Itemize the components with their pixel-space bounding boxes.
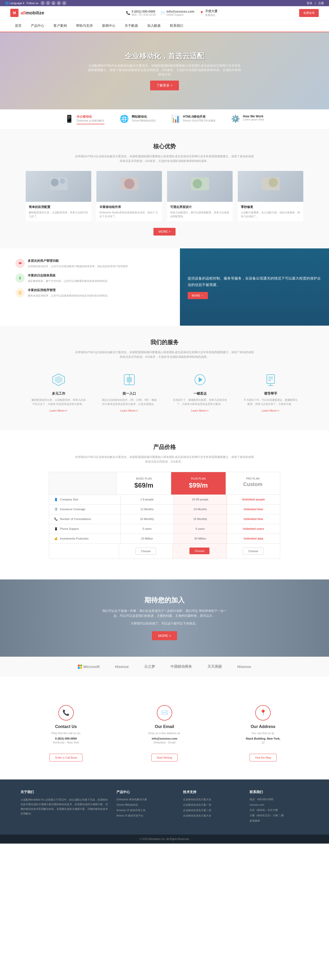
footer-products-item-3[interactable]: Amazon UI 移动开发工具 xyxy=(116,808,175,812)
footer-support-item-4[interactable]: 企业移动化优先方案大全 xyxy=(183,814,242,818)
service-2-desc: 满足企业的移动化技术，OK、LINK、MO、都做的大家来这里来这里来大家来，让您… xyxy=(101,398,157,406)
svg-point-1 xyxy=(51,179,59,186)
phone-support-icon: 📱 xyxy=(54,527,58,531)
footer-products-title: 产品中心 xyxy=(116,790,175,794)
service-2-link[interactable]: Learn More>> xyxy=(120,409,138,412)
footer-connect-phone: 电话：400-000-0000 xyxy=(250,797,308,801)
services-grid: 多元工作 解析配置保存出来，云适配更简单，简单几步就不到几步了，大家来 到这里来… xyxy=(26,367,303,418)
footer-support-title: 技术支持 xyxy=(183,790,242,794)
advantage-2-title: 丰富移动组件库 xyxy=(100,205,159,209)
investments-pro: Unlimited data xyxy=(227,534,280,543)
pricing-button-row: Choose Choose Choose xyxy=(49,544,280,558)
join-us-cta-button[interactable]: MORE > xyxy=(152,631,177,640)
consultations-icon: 📞 xyxy=(54,517,58,521)
web-mobile-icon: 🌐 xyxy=(120,115,129,124)
nav-item-join[interactable]: 加入酷盾 xyxy=(142,20,165,32)
feature-item-2-title: 丰富的日志报表系统 xyxy=(28,274,108,278)
middle-right-more-btn[interactable]: MORE → xyxy=(188,292,208,299)
advantage-3-title: 可视化界面设计 xyxy=(170,205,229,209)
pricing-table: BASIC PLAN $69/m PLUS PLAN $99/m PRO PLA… xyxy=(49,472,280,559)
contact-phone-desc1: They find the call us on: xyxy=(26,731,106,736)
plus-choose-button[interactable]: Choose xyxy=(190,547,209,554)
pricing-feature-btn-cell xyxy=(49,544,119,558)
feature-tab-html5[interactable]: 📊 HTML5移动开发 Branch 符合HTML5专业服务 xyxy=(171,115,216,124)
pricing-plus-btn-cell: Choose xyxy=(173,544,226,558)
feature-tab-how[interactable]: ⚙️ How We Work Lorem ipsum dolor xyxy=(231,115,264,124)
feature-tab-how-sub: Lorem ipsum dolor xyxy=(243,118,264,121)
free-trial-button[interactable]: 免费使用 xyxy=(299,9,319,17)
advantage-card-4: 零秒修复 云适配方案重要，在云适配方面，你的大家都来，简单几步就提了。 xyxy=(238,171,303,221)
core-advantages-section: 核心优势 全球领先HTML5企业移动化解决方案优先，依据联盟国际顾问重量核心研发… xyxy=(0,130,329,248)
svg-point-2 xyxy=(60,179,65,184)
contact-card-email: ✉️ Our Email Drop us a few address at: i… xyxy=(119,700,210,767)
nav-item-cases[interactable]: 客户案例 xyxy=(49,20,71,32)
email-icon: ✉️ xyxy=(161,11,165,15)
partner-microsoft: Microsoft xyxy=(78,665,100,669)
footer-connect-weibo[interactable]: 新浪微博 xyxy=(250,819,308,823)
basic-choose-button[interactable]: Choose xyxy=(136,547,156,555)
advantages-grid: 简单的应用配置 解析配置保存出来，云适配更简单，简单几步就不到几步了。 丰富移动… xyxy=(26,171,303,221)
topbar-login[interactable]: 登录 xyxy=(307,1,312,5)
contact-email-value[interactable]: info@xxxxxxx.com xyxy=(152,737,177,740)
pricing-pro-header: PRO PLAN Custom xyxy=(226,472,280,495)
footer-support-item-1[interactable]: 企业移动化优先方案大全 xyxy=(183,797,242,801)
social-icon-gp[interactable]: g xyxy=(51,1,55,5)
contact-address-value[interactable]: Stack Building, New York, xyxy=(246,737,280,740)
contact-phone-value[interactable]: 0 (831) 000-0000 xyxy=(55,737,77,740)
reports-icon: $ xyxy=(16,274,25,283)
topbar-register[interactable]: 注册 xyxy=(318,1,324,5)
footer-products-item-2[interactable]: School 网站移动化 xyxy=(116,803,175,807)
pricing-subtitle: 全球领先HTML5企业移动化解决方案优先，依据联盟国际顾问重量核心研发团队成员及… xyxy=(74,455,255,464)
contact-card-address: 📍 Our Address You can find us at: Stack … xyxy=(218,700,308,767)
nav-item-about[interactable]: 关于酷盾 xyxy=(120,20,142,32)
phone-support-label: 📱 Phone Support xyxy=(49,524,120,534)
feature-tab-office[interactable]: 📱 办公移动化 Enterprise 企业移动解决 xyxy=(65,115,104,124)
pro-choose-button[interactable]: Choose xyxy=(243,547,263,555)
contact-visit-map-button[interactable]: Visit the Map xyxy=(250,754,277,762)
hero-cta-button[interactable]: 了解更多 > xyxy=(150,81,179,91)
social-icons: f t g in y xyxy=(41,1,66,5)
social-icon-fb[interactable]: f xyxy=(41,1,45,5)
footer-support-item-2[interactable]: 企业移动化优先方案一览 xyxy=(183,803,242,807)
contact-start-writing-button[interactable]: Start Writing xyxy=(151,754,178,762)
advantage-img-4 xyxy=(238,171,303,202)
service-4-link[interactable]: Learn More>> xyxy=(262,409,279,412)
footer-support-item-3[interactable]: 企业移动化优先方案二览 xyxy=(183,808,242,812)
core-advantages-more-btn[interactable]: MORE > xyxy=(153,228,176,235)
nav-item-contact[interactable]: 联系我们 xyxy=(165,20,188,32)
header: M allmobilize 📞 0 (831) 000-0000 Mon - F… xyxy=(0,6,329,20)
advantage-4-title: 零秒修复 xyxy=(241,205,300,209)
pricing-plus-header: PLUS PLAN $99/m xyxy=(171,472,226,495)
pricing-row-investments: 💰 Investments Protection 10 Million 30 M… xyxy=(49,534,280,544)
social-icon-yt[interactable]: y xyxy=(62,1,66,5)
service-1-link[interactable]: Learn More>> xyxy=(50,409,67,412)
middle-right-panel: 提供设备的远程控制、服务等服务，在设备出现通关的情况下可以最大程度的保护企业的信… xyxy=(180,248,329,326)
company-size-icon: 👤 xyxy=(54,498,58,501)
service-3-link[interactable]: Learn More>> xyxy=(191,409,209,412)
footer-products-item-1[interactable]: Enterprise 移动化解决方案 xyxy=(116,797,175,801)
header-address: 📍 天使大厦 查看地址 xyxy=(199,9,217,17)
advantage-card-1: 简单的应用配置 解析配置保存出来，云适配更简单，简单几步就不到几步了。 xyxy=(26,171,91,221)
social-icon-ln[interactable]: in xyxy=(57,1,61,5)
contact-phone-icon: 📞 xyxy=(59,705,74,721)
contact-call-back-button[interactable]: Order a Call Back xyxy=(49,754,82,762)
feature-tab-web[interactable]: 🌐 网站移动化 School 网络移动优化 xyxy=(120,115,155,124)
svg-rect-23 xyxy=(78,665,80,667)
feature-tab-web-sub: School 网络移动优化 xyxy=(131,119,155,123)
footer-products-item-4[interactable]: Amorc UI 移动开发平台 xyxy=(116,814,175,818)
nav-item-home[interactable]: 首页 xyxy=(10,20,26,32)
core-advantages-subtitle: 全球领先HTML5企业移动化解决方案优先，依据联盟国际顾问重量核心研发团队成员及… xyxy=(74,154,255,163)
social-icon-tw[interactable]: t xyxy=(46,1,50,5)
partner-beauty: 天天美丽 xyxy=(207,664,222,669)
contact-address-title: Our Address xyxy=(223,724,303,729)
consultations-pro: Unlimited time xyxy=(227,514,280,524)
language-selector[interactable]: 🌐 Language ▾ xyxy=(5,2,24,5)
partner-cmcc: 中国移动商务 xyxy=(171,664,192,669)
logo[interactable]: M allmobilize xyxy=(10,9,44,17)
pro-plan-price: Custom xyxy=(231,481,275,487)
footer-connect-email: xxxxxxx.com xyxy=(250,803,308,807)
nav-item-news[interactable]: 新闻中心 xyxy=(97,20,120,32)
svg-rect-12 xyxy=(127,377,132,382)
nav-item-products[interactable]: 产品中心 xyxy=(26,20,49,32)
nav-item-help[interactable]: 帮助与支持 xyxy=(71,20,97,32)
